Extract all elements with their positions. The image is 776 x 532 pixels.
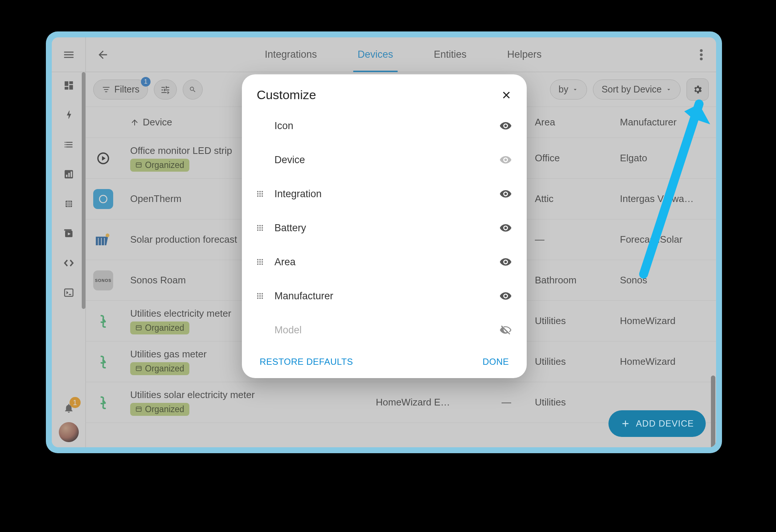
filters-label: Filters [114,84,139,95]
svg-point-16 [106,233,109,237]
visibility-on-icon[interactable] [494,222,512,234]
svg-point-14 [99,195,107,203]
device-icon [93,148,113,168]
svg-point-59 [257,229,259,231]
visibility-on-icon[interactable] [494,154,512,166]
restore-defaults-button[interactable]: RESTORE DEFAULTS [260,357,353,367]
rail-list-icon[interactable] [62,138,75,151]
dialog-title: Customize [257,88,316,102]
svg-point-44 [257,191,259,192]
svg-point-58 [262,227,263,229]
svg-point-2 [700,57,703,60]
filters-chip[interactable]: Filters 1 [93,80,148,100]
cell-integration: HomeWizard E… [376,397,502,408]
drag-handle-icon[interactable] [257,225,274,231]
table-settings-button[interactable] [686,78,709,101]
customize-column-item: Area [257,245,512,279]
add-device-fab[interactable]: ADD DEVICE [608,410,706,437]
customize-column-item: Manufacturer [257,279,512,313]
cell-area: Office [535,152,620,164]
customize-column-item: Device [257,143,512,177]
notifications-badge: 1 [70,397,81,408]
main-scrollbar[interactable] [711,376,715,447]
rail-energy-icon[interactable] [62,108,75,122]
rail-chart-icon[interactable] [62,168,75,181]
svg-point-72 [259,293,261,294]
rail-terminal-icon[interactable] [62,286,75,299]
device-icon [93,352,113,372]
svg-rect-10 [64,289,73,296]
customize-columns-chip[interactable] [154,80,177,100]
group-by-chip[interactable]: by [550,80,587,100]
customize-column-item: Battery [257,211,512,245]
sort-by-chip[interactable]: Sort by Device [593,80,681,100]
label-chip: Organized [130,159,189,172]
dots-vertical-icon [700,49,703,60]
filters-badge: 1 [141,77,151,87]
rail-code-icon[interactable] [62,256,75,270]
customize-column-label: Device [274,154,494,166]
arrow-up-icon [130,118,139,127]
device-icon [93,311,113,331]
search-button[interactable] [183,80,203,100]
drag-handle-icon[interactable] [257,259,274,265]
visibility-on-icon[interactable] [494,188,512,200]
svg-point-52 [262,195,263,197]
back-button[interactable] [86,48,120,61]
visibility-on-icon[interactable] [494,290,512,302]
svg-point-62 [257,259,259,260]
tab-helpers[interactable]: Helpers [507,37,541,72]
overflow-menu-button[interactable] [686,49,716,60]
rail-dashboard-icon[interactable] [62,79,75,92]
rail-scrollbar[interactable] [82,72,85,309]
device-icon [93,230,113,250]
group-by-label: by [559,84,568,95]
svg-point-47 [257,193,259,195]
hamburger-icon [63,48,75,61]
visibility-on-icon[interactable] [494,256,512,268]
customize-column-item: Icon [257,109,512,143]
user-avatar[interactable] [59,422,79,442]
hamburger-menu-button[interactable] [52,37,86,72]
tab-devices[interactable]: Devices [358,37,393,72]
done-button[interactable]: DONE [483,357,509,367]
label-chip: Organized [130,403,189,416]
cell-area: Utilities [535,397,620,408]
svg-point-55 [262,225,263,226]
device-icon [93,393,113,413]
rail-hardware-icon[interactable] [62,197,75,211]
visibility-off-icon[interactable] [494,324,512,336]
svg-point-49 [262,193,263,195]
dialog-close-button[interactable] [501,90,512,101]
filter-icon [102,85,111,94]
gear-icon [692,84,703,95]
column-header-manufacturer[interactable]: Manufacturer [620,117,709,128]
customize-column-label: Icon [274,120,494,132]
cell-manufacturer: Elgato [620,152,709,164]
chevron-down-icon [665,86,672,93]
tab-entities[interactable]: Entities [434,37,467,72]
column-header-area[interactable]: Area [535,117,620,128]
svg-rect-5 [68,173,70,177]
tab-integrations[interactable]: Integrations [265,37,317,72]
svg-point-45 [259,191,261,192]
cell-manufacturer: HomeWizard [620,356,709,367]
plus-icon [620,418,631,429]
drag-handle-icon[interactable] [257,191,274,197]
svg-point-67 [262,261,263,263]
svg-point-70 [262,263,263,265]
svg-point-54 [259,225,261,226]
svg-rect-24 [136,407,141,411]
svg-point-76 [262,295,263,297]
visibility-on-icon[interactable] [494,119,512,132]
drag-handle-icon[interactable] [257,293,274,299]
notifications-button[interactable]: 1 [61,401,76,415]
customize-dialog: Customize IconDeviceIntegrationBatteryAr… [242,74,527,378]
svg-rect-9 [64,229,71,231]
svg-point-79 [262,297,263,299]
rail-media-icon[interactable] [62,227,75,240]
svg-point-60 [259,229,261,231]
svg-point-1 [700,53,703,56]
svg-point-66 [259,261,261,263]
svg-point-69 [259,263,261,265]
